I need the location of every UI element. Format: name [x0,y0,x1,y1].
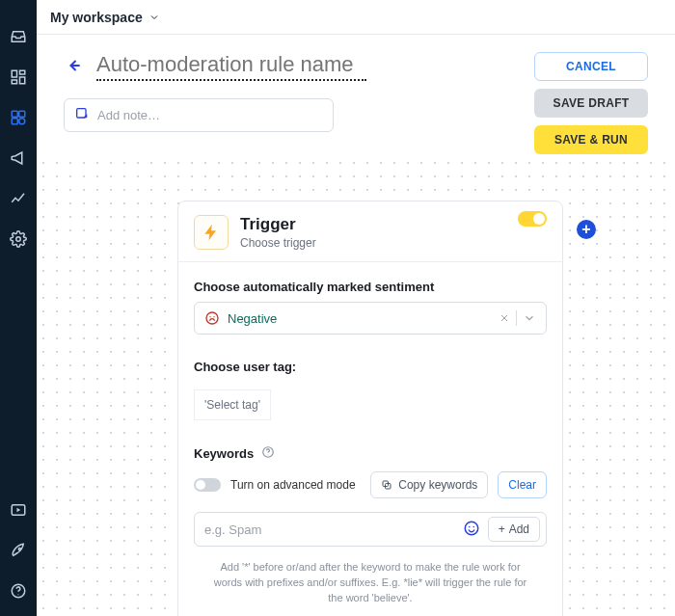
gear-icon[interactable] [9,229,28,249]
workspace-label: My workspace [50,10,143,25]
svg-rect-2 [20,77,25,84]
trigger-subtitle: Choose trigger [240,236,316,250]
megaphone-icon[interactable] [9,148,28,168]
rule-name-input[interactable] [96,52,366,77]
main-area: My workspace [37,0,675,616]
analytics-icon[interactable] [9,189,28,208]
trigger-title: Trigger [240,215,316,234]
left-nav-rail [0,0,37,616]
svg-point-23 [472,525,474,527]
svg-rect-13 [77,109,86,118]
trigger-enable-toggle[interactable] [518,211,547,227]
save-run-button[interactable]: SAVE & RUN [534,125,648,154]
clear-keywords-button[interactable]: Clear [498,471,547,498]
copy-keywords-button[interactable]: Copy keywords [370,471,488,498]
negative-sentiment-icon [204,310,220,326]
emoji-picker-icon[interactable] [463,520,480,540]
rocket-icon[interactable] [9,541,28,560]
keywords-label: Keywords [194,446,254,461]
clear-icon[interactable] [499,312,510,324]
rule-name-underline [96,79,366,81]
keywords-hint: Add '*' before or/and after the keyword … [206,560,534,606]
add-keyword-label: Add [509,522,529,536]
workspace-selector[interactable]: My workspace [50,10,160,25]
play-window-icon[interactable] [9,500,28,520]
note-input-wrapper[interactable] [64,98,334,132]
keywords-input[interactable] [204,522,455,537]
svg-rect-1 [20,70,25,74]
chevron-down-icon[interactable] [523,311,536,325]
canvas: CANCEL SAVE DRAFT SAVE & RUN Trigger Cho… [37,35,675,616]
svg-point-8 [16,237,21,242]
svg-point-22 [469,525,471,527]
cancel-button[interactable]: CANCEL [534,52,648,81]
svg-point-21 [465,522,478,535]
automation-icon[interactable] [9,108,28,127]
svg-point-16 [213,316,214,317]
user-tag-select[interactable]: 'Select tag' [194,389,271,420]
inbox-icon[interactable] [9,27,28,46]
chevron-down-icon [148,12,160,23]
svg-rect-4 [12,111,17,117]
copy-keywords-label: Copy keywords [398,478,477,492]
top-bar: My workspace [37,0,675,35]
svg-point-15 [209,316,210,317]
sentiment-value: Negative [228,311,491,326]
save-draft-button[interactable]: SAVE DRAFT [534,89,648,118]
advanced-mode-label: Turn on advanced mode [230,478,361,492]
svg-point-12 [17,594,18,595]
advanced-mode-toggle[interactable] [194,478,221,492]
svg-rect-6 [12,119,17,124]
note-field[interactable] [97,108,323,122]
svg-rect-3 [12,80,16,84]
plus-icon: + [499,522,505,536]
add-keyword-button[interactable]: + Add [488,517,540,542]
svg-point-7 [19,119,25,124]
svg-point-10 [18,548,20,549]
copy-icon [381,479,392,491]
svg-rect-5 [19,111,25,117]
note-icon [74,106,90,124]
help-icon[interactable] [9,581,28,601]
trigger-card: Trigger Choose trigger Choose automatica… [177,201,563,616]
back-button[interactable] [64,56,83,78]
svg-point-18 [268,454,269,455]
sentiment-label: Choose automatically marked sentiment [194,280,547,294]
sentiment-select[interactable]: Negative [194,302,547,335]
keywords-help-icon[interactable] [261,445,275,462]
user-tag-label: Choose user tag: [194,360,547,374]
lightning-icon [194,215,229,250]
svg-rect-0 [12,70,16,77]
dashboard-icon[interactable] [9,67,28,87]
divider [516,310,517,326]
add-step-button[interactable]: + [577,220,596,239]
